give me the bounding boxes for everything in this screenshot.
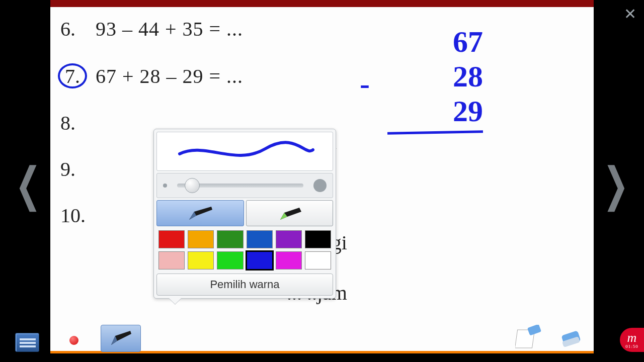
thickness-slider-row [156, 173, 333, 198]
swatch-lime[interactable] [217, 251, 243, 269]
whiteboard-page: 6. 93 – 44 + 35 = ... 7. 67 + 28 – 29 = … [50, 0, 594, 352]
pen-nib-icon [185, 205, 215, 222]
swatch-green[interactable] [217, 230, 243, 248]
pen-nib-icon [108, 330, 133, 347]
question-7: 7. 67 + 28 – 29 = ... [60, 63, 589, 88]
pen-picker-popup: Pemilih warna [153, 129, 336, 299]
highlighter-tool-option[interactable] [246, 200, 334, 226]
swatch-pink[interactable] [158, 251, 185, 269]
q-number-circled: 7. [58, 63, 87, 88]
hw-line3-wrap: - 29 [387, 94, 483, 129]
swatch-blue[interactable] [247, 230, 273, 248]
swatch-orange[interactable] [188, 230, 214, 248]
q-number: 10. [60, 204, 96, 227]
swatch-red[interactable] [158, 230, 185, 248]
thickness-slider[interactable] [177, 184, 303, 188]
hw-line1: 67 [387, 25, 483, 59]
q-number: 9. [60, 157, 96, 181]
tool-row [156, 200, 333, 226]
badge-letter: m [627, 331, 637, 344]
pen-tool-button[interactable] [101, 325, 141, 352]
hw-line3: 29 [453, 95, 483, 128]
swatch-white[interactable] [305, 251, 331, 269]
color-swatches [156, 229, 333, 270]
next-page-arrow[interactable]: ❯ [603, 157, 629, 212]
highlighter-icon [274, 205, 304, 222]
q-equation: 67 + 28 – 29 = ... [96, 64, 243, 88]
thick-dot-icon [313, 179, 327, 192]
svg-marker-0 [189, 207, 212, 220]
close-icon[interactable]: ✕ [624, 5, 636, 23]
thin-dot-icon [163, 184, 167, 188]
question-6: 6. 93 – 44 + 35 = ... [60, 17, 589, 41]
swatch-black[interactable] [305, 230, 331, 248]
handwritten-work: 67 28 - 29 [387, 25, 483, 134]
color-picker-button[interactable]: Pemilih warna [156, 274, 333, 296]
clear-page-button[interactable] [515, 325, 543, 352]
stroke-wave-icon [175, 139, 315, 164]
hw-line2: 28 [387, 59, 483, 94]
q-number: 8. [60, 111, 96, 135]
swatch-blue-bright[interactable] [247, 251, 273, 269]
prev-page-arrow[interactable]: ❮ [15, 157, 41, 212]
swatch-magenta[interactable] [276, 251, 302, 269]
q-number: 6. [60, 17, 96, 41]
eraser-icon [558, 328, 584, 350]
pen-tool-option[interactable] [156, 200, 244, 226]
eraser-button[interactable] [558, 328, 584, 352]
q-equation: 93 – 44 + 35 = ... [96, 17, 243, 41]
hw-minus: - [360, 66, 370, 101]
stroke-preview [156, 132, 333, 171]
badge-time: 01:50 [625, 344, 638, 349]
slider-thumb[interactable] [185, 178, 200, 193]
menu-button[interactable] [15, 333, 39, 352]
swatch-yellow[interactable] [188, 251, 214, 269]
swatch-purple[interactable] [276, 230, 302, 248]
record-indicator-icon[interactable] [69, 336, 78, 345]
page-eraser-icon [515, 325, 543, 350]
recorder-badge[interactable]: m 01:50 [620, 328, 644, 352]
